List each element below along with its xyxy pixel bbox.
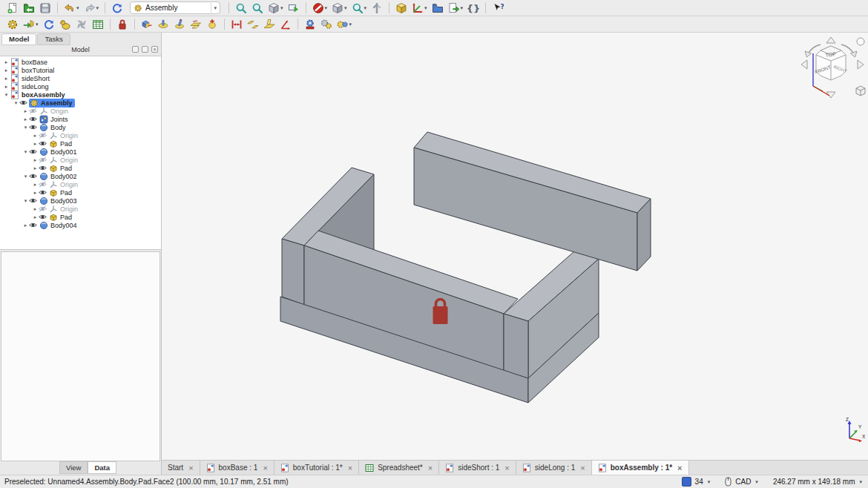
close-icon[interactable]: × [348,464,352,472]
tree-item-Body004[interactable]: ▸Body004 [0,221,161,229]
box-zoom-icon[interactable] [250,1,265,16]
fixed-joint-icon[interactable] [139,17,154,32]
cylindrical-joint-icon[interactable] [172,17,187,32]
document-tab-sideLong-1[interactable]: sideLong : 1× [516,461,592,475]
rotate-right-step-arrow[interactable] [858,60,864,69]
whats-this-icon[interactable]: ? [490,1,505,16]
expander-icon[interactable]: ▸ [32,206,39,212]
dropdown-arrow-icon[interactable]: ▾ [36,22,39,27]
tree-item-Body003[interactable]: ▾Body003 [0,197,161,205]
property-tab-view[interactable]: View [59,461,88,474]
expander-icon[interactable]: ▾ [22,198,29,204]
exploded-view-icon[interactable] [74,17,89,32]
expander-icon[interactable]: ▸ [3,67,10,73]
sync-view-icon[interactable] [286,1,301,16]
rack-pinion-joint-icon[interactable] [303,17,318,32]
document-tab-sideShort-1[interactable]: sideShort : 1× [439,461,516,475]
close-icon[interactable]: × [428,464,433,472]
tree-item-Pad[interactable]: ▸Pad [0,139,161,148]
rotate-right-arrowhead[interactable] [851,51,858,57]
measure-icon[interactable] [369,1,384,16]
tree-item-Assembly[interactable]: ▾Assembly [0,99,161,107]
expander-icon[interactable]: ▸ [32,214,39,220]
rotate-left-arrowhead[interactable] [805,51,812,57]
document-tab-boxBase-1[interactable]: boxBase : 1× [200,461,274,475]
expander-icon[interactable]: ▾ [22,174,29,179]
redo-icon[interactable]: ▾ [82,1,101,16]
navigation-style-dropdown-icon[interactable]: ▾ [755,479,758,484]
expander-icon[interactable]: ▸ [3,59,10,65]
toggle-grounded-icon[interactable] [115,17,130,32]
undo-icon[interactable]: ▾ [62,1,81,16]
create-part-icon[interactable] [394,1,409,16]
new-document-icon[interactable] [5,1,20,16]
expander-icon[interactable]: ▸ [3,84,10,90]
placement-icon[interactable]: ▾ [410,1,429,16]
expression-icon[interactable]: {} [466,1,481,16]
open-document-icon[interactable] [22,1,36,16]
expander-icon[interactable]: ▸ [3,76,10,82]
expander-icon[interactable]: ▸ [32,141,39,147]
tree-item-Pad[interactable]: ▸Pad [0,164,161,172]
expander-icon[interactable]: ▸ [22,108,29,114]
document-tab-boxAssembly-1-[interactable]: boxAssembly : 1*× [592,461,689,475]
panel-float-button[interactable] [142,46,148,53]
workbench-selector[interactable]: Assembly▾ [130,1,220,14]
panel-shade-button[interactable] [132,46,139,53]
expander-icon[interactable]: ▸ [22,222,29,228]
tree-item-Origin[interactable]: ▸Origin [0,107,161,115]
expander-icon[interactable]: ▸ [32,165,39,171]
tree-item-boxAssembly[interactable]: ▾boxAssembly [0,90,161,99]
tree-item-sideLong[interactable]: ▸sideLong [0,82,161,90]
tree-item-boxTutorial[interactable]: ▸boxTutorial [0,66,161,74]
distance-joint-icon[interactable] [229,17,244,32]
slider-joint-icon[interactable] [188,17,203,32]
tree-item-sideShort[interactable]: ▸sideShort [0,74,161,82]
tree-item-Origin[interactable]: ▸Origin [0,131,161,139]
close-icon[interactable]: × [580,464,585,472]
bill-of-materials-icon[interactable] [91,17,105,32]
expander-icon[interactable]: ▾ [22,149,29,155]
insert-component-icon[interactable]: ▾ [22,17,40,32]
dropdown-arrow-icon[interactable]: ▾ [76,5,79,10]
rotate-left-step-arrow[interactable] [801,60,807,69]
link-make-icon[interactable]: ▾ [447,1,465,16]
create-assembly-icon[interactable] [5,17,20,32]
panel-close-button[interactable]: × [151,46,158,53]
tree-item-Origin[interactable]: ▸Origin [0,156,161,164]
create-group-icon[interactable] [430,1,445,16]
perpendicular-joint-icon[interactable] [262,17,277,32]
expander-icon[interactable]: ▸ [22,116,29,122]
close-icon[interactable]: × [188,464,193,472]
property-tab-data[interactable]: Data [88,461,116,474]
expander-icon[interactable]: ▸ [32,190,39,196]
dropdown-arrow-icon[interactable]: ▾ [325,5,328,10]
fit-all-icon[interactable] [234,1,249,16]
tree-item-Body[interactable]: ▾Body [0,123,161,131]
document-tab-boxTutorial-1-[interactable]: boxTutorial : 1*× [274,461,359,475]
document-tab-Spreadsheet-[interactable]: Spreadsheet*× [359,461,439,475]
3d-scene[interactable] [162,33,868,460]
expander-icon[interactable]: ▸ [32,157,39,163]
angle-joint-icon[interactable] [278,17,293,32]
tree-item-Body002[interactable]: ▾Body002 [0,172,161,180]
dropdown-arrow-icon[interactable]: ▾ [344,5,347,10]
tree-item-Body001[interactable]: ▾Body001 [0,148,161,156]
expander-icon[interactable]: ▾ [13,100,19,106]
navigation-cube[interactable]: TOP FRONT RIGHT [798,34,867,102]
tilt-up-arrow[interactable] [826,37,835,43]
tree-item-Origin[interactable]: ▸Origin [0,205,161,213]
expander-icon[interactable]: ▸ [32,182,39,188]
close-icon[interactable]: × [263,464,267,472]
right-wall-end-face[interactable] [504,314,528,378]
view-sphere-button[interactable] [857,38,864,45]
screw-joint-icon[interactable] [319,17,334,32]
new-part-icon[interactable] [58,17,73,32]
tree-item-Pad[interactable]: ▸Pad [0,188,161,197]
dropdown-arrow-icon[interactable]: ▾ [364,5,367,10]
tree-item-Origin[interactable]: ▸Origin [0,180,161,188]
ball-joint-icon[interactable] [205,17,220,32]
expander-icon[interactable]: ▾ [3,92,10,98]
sidebar-tab-model[interactable]: Model [1,33,36,45]
tree-item-Pad[interactable]: ▸Pad [0,213,161,221]
